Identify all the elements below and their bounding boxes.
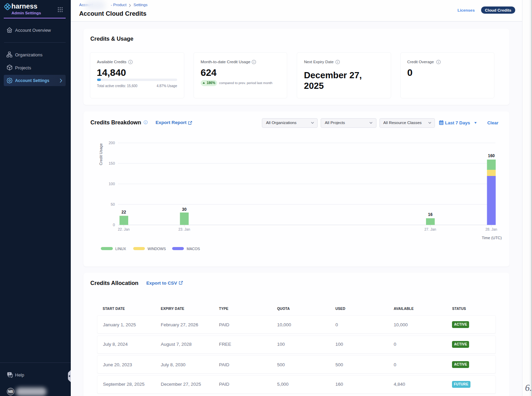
svg-text:Credit Usage: Credit Usage [99,143,103,165]
svg-text:50: 50 [111,202,115,206]
svg-text:MACOS: MACOS [187,247,200,251]
svg-text:23. Jan: 23. Jan [178,227,190,231]
svg-text:22: 22 [121,210,126,215]
svg-text:0: 0 [113,223,115,227]
svg-text:28. Jan: 28. Jan [486,227,497,231]
svg-text:30: 30 [182,207,187,212]
svg-text:100: 100 [109,182,115,186]
svg-text:27. Jan: 27. Jan [424,227,436,231]
svg-text:160: 160 [488,153,495,158]
svg-text:WINDOWS: WINDOWS [148,247,166,251]
svg-text:LINUX: LINUX [115,247,126,251]
svg-text:200: 200 [109,141,115,145]
svg-text:22. Jan: 22. Jan [118,227,130,231]
svg-text:150: 150 [109,161,115,165]
svg-text:16: 16 [428,212,433,217]
svg-text:Time (UTC): Time (UTC) [482,236,502,240]
